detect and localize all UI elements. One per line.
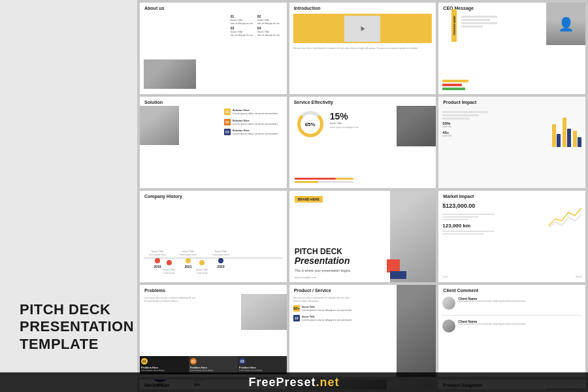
client-comment-items: Client Name Lorem ipsum dolor sit amet c… <box>442 297 581 338</box>
slide-about-us[interactable]: About us 01Insert Titlenisi ut aliquip e… <box>140 3 287 94</box>
service-stat: 15% Insert Title Lorem ipsum nisi ut ali… <box>330 111 359 129</box>
service-bars <box>295 178 353 184</box>
ceo-image: 👤 <box>546 3 585 45</box>
product-impact-text: 55% Insert Title 45+ Insert Title <box>442 111 488 137</box>
slide-client-label: Client Comment <box>438 285 585 295</box>
slide-ceo-message[interactable]: CEO Message 👤 PERSON NAME <box>438 3 585 94</box>
solution-image <box>140 106 179 145</box>
slide-client-comment[interactable]: Client Comment Client Name Lorem ipsum d… <box>438 285 585 376</box>
slide-pitch-main[interactable]: BRAND HERE PITCH DECK Presentation This … <box>289 191 436 282</box>
about-us-grid: 01Insert Titlenisi ut aliquip ex ea 02In… <box>231 14 283 37</box>
problems-image <box>241 294 287 330</box>
about-us-image <box>144 59 196 89</box>
slide-about-us-label: About us <box>140 3 287 12</box>
ceo-photo: 👤 <box>546 3 585 45</box>
market-impact-axis: 2022 2023 <box>442 275 581 278</box>
slide-market-impact-label: Market Impact <box>438 191 585 201</box>
slide-company-history[interactable]: Company History Insert TitleLorem ipsum … <box>140 191 287 282</box>
product-impact-bars <box>552 111 581 147</box>
slide-history-label: Company History <box>140 191 287 201</box>
slide-solution[interactable]: Solution 01Solution HereLorem ipsum dolo… <box>140 97 287 188</box>
slide-market-impact[interactable]: Market Impact $123,000.00 123,000 km 202… <box>438 191 585 282</box>
sidebar-title: PITCH DECK PRESENTATION TEMPLATE <box>20 301 137 353</box>
market-impact-chart <box>549 203 581 229</box>
intro-video-box <box>293 14 433 43</box>
slide-introduction[interactable]: Introduction Duis aute irure dolor in re… <box>289 3 436 94</box>
pitch-brand-tag: BRAND HERE <box>295 196 323 203</box>
slides-grid: About us 01Insert Titlenisi ut aliquip e… <box>137 0 588 392</box>
intro-thumbnail <box>344 16 380 42</box>
slide-product-impact[interactable]: Product Impact 55% Insert Title 45+ Inse… <box>438 97 585 188</box>
history-timeline: Insert TitleLorem ipsum nisi ut 2019 Ins… <box>144 244 283 277</box>
pitch-blue-block <box>390 271 406 279</box>
slide-product-service[interactable]: Product / Service Duis aute irure dolor … <box>289 285 436 376</box>
ceo-name-bar: PERSON NAME <box>451 9 457 42</box>
play-icon <box>359 25 367 33</box>
product-service-items: Duis aute irure dolor in reprehenderit i… <box>293 297 352 325</box>
pitch-url: www.example.com <box>295 276 316 279</box>
slide-service-effectivity[interactable]: Service Effectivity 65% 15% Insert Title… <box>289 97 436 188</box>
slide-problems[interactable]: Problems Lorem ipsum dolor sit amet, con… <box>140 285 287 376</box>
service-circle-chart: 65% <box>297 111 323 137</box>
service-image <box>397 106 436 146</box>
pitch-subtitle: This is where your presentation begins <box>295 269 351 272</box>
market-impact-text: 123,000 km <box>442 214 495 236</box>
problems-text: Lorem ipsum dolor sit amet, consectetur … <box>144 297 196 302</box>
product-service-image <box>397 285 436 376</box>
sidebar: PITCH DECK PRESENTATION TEMPLATE <box>0 0 137 392</box>
ceo-text-lines <box>461 16 497 29</box>
client-avatar-2 <box>442 319 455 333</box>
pitch-deck-title: PITCH DECK Presentation <box>295 248 350 267</box>
pitch-red-block <box>387 259 400 272</box>
solution-items: 01Solution HereLorem ipsum dolor sit ame… <box>224 108 283 139</box>
slide-intro-label: Introduction <box>289 3 436 12</box>
client-avatar-1 <box>442 297 455 310</box>
intro-text: Duis aute irure dolor in reprehenderit i… <box>289 44 436 52</box>
watermark: FreePreset.net <box>0 372 588 392</box>
problems-boxes: 01 Problem Here Lorem ipsum nisi ut aliq… <box>140 356 287 374</box>
slide-product-impact-label: Product Impact <box>438 97 585 106</box>
market-impact-big-num: $123,000.00 <box>442 203 475 209</box>
ceo-bars <box>442 80 468 90</box>
